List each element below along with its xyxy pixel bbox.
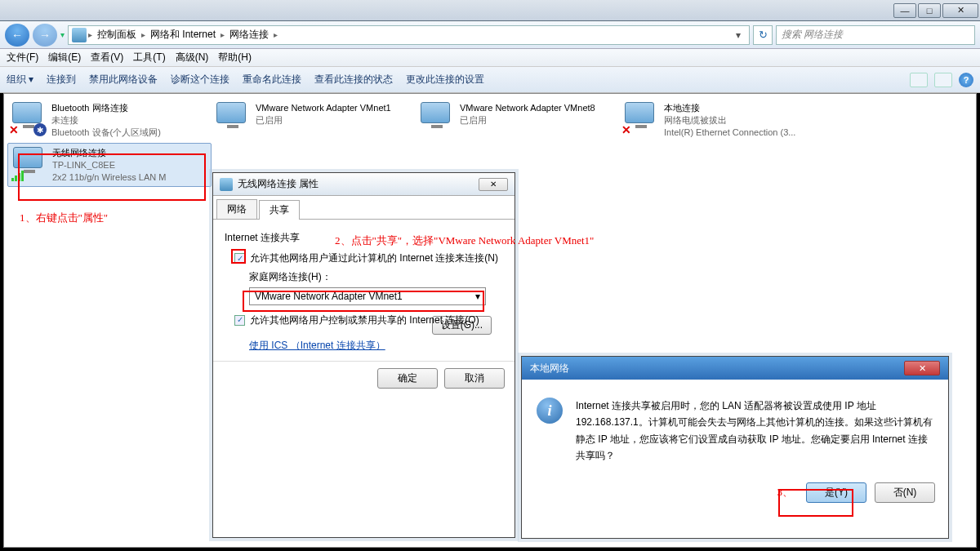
breadcrumb[interactable]: ▸ 控制面板 ▸ 网络和 Internet ▸ 网络连接 ▸ ▾ xyxy=(68,25,750,45)
diagnose-button[interactable]: 诊断这个连接 xyxy=(171,73,229,87)
connection-item-vmnet1[interactable]: VMware Network Adapter VMnet1已启用 xyxy=(212,99,416,143)
chevron-right-icon: ▸ xyxy=(274,30,278,39)
view-status-button[interactable]: 查看此连接的状态 xyxy=(314,73,393,87)
breadcrumb-item[interactable]: 控制面板 xyxy=(94,28,140,42)
disable-device-button[interactable]: 禁用此网络设备 xyxy=(89,73,158,87)
preview-pane-button[interactable] xyxy=(934,73,952,87)
network-adapter-icon: ✕✱ xyxy=(12,102,45,135)
dialog-titlebar: 无线网络连接 属性 ✕ xyxy=(213,173,514,196)
network-adapter-icon: ✕ xyxy=(625,102,657,135)
annotation-highlight-box xyxy=(231,249,246,264)
connection-item-local[interactable]: ✕ 本地连接网络电缆被拔出Intel(R) Ethernet Connectio… xyxy=(620,99,824,143)
tab-sharing[interactable]: 共享 xyxy=(259,200,300,220)
tab-network[interactable]: 网络 xyxy=(216,199,257,219)
organize-button[interactable]: 组织 ▾ xyxy=(7,73,33,87)
no-button[interactable]: 否(N) xyxy=(875,482,935,503)
maximize-button[interactable]: □ xyxy=(918,3,941,18)
connection-device: Bluetooth 设备(个人区域网) xyxy=(51,127,161,139)
menu-help[interactable]: 帮助(H) xyxy=(218,51,252,64)
cancel-button[interactable]: 取消 xyxy=(444,368,505,389)
menu-tools[interactable]: 工具(T) xyxy=(133,51,165,64)
connection-name: VMware Network Adapter VMnet8 xyxy=(460,102,595,114)
allow-control-checkbox[interactable]: ✓ xyxy=(234,315,245,326)
annotation-highlight-box xyxy=(18,153,206,201)
connection-status: 未连接 xyxy=(51,114,161,127)
confirm-title: 本地网络 xyxy=(530,362,569,375)
connection-device: 已启用 xyxy=(460,114,595,127)
menu-file[interactable]: 文件(F) xyxy=(7,51,38,64)
annotation-1: 1、右键点击"属性" xyxy=(20,211,108,225)
breadcrumb-item[interactable]: 网络和 Internet xyxy=(147,28,219,42)
nav-bar: ← → ▾ ▸ 控制面板 ▸ 网络和 Internet ▸ 网络连接 ▸ ▾ ↻… xyxy=(0,21,980,49)
network-adapter-icon xyxy=(216,102,249,135)
confirm-titlebar: 本地网络 ✕ xyxy=(522,357,948,380)
network-adapter-icon xyxy=(421,102,453,135)
connection-status: 网络电缆被拔出 xyxy=(664,114,795,127)
menu-edit[interactable]: 编辑(E) xyxy=(48,51,81,64)
annotation-2: 2、点击"共享"，选择"VMware Network Adapter VMnet… xyxy=(335,233,594,248)
allow-control-label: 允许其他网络用户控制或禁用共享的 Internet 连接(O) xyxy=(250,313,479,327)
confirm-message: Internet 连接共享被启用时，您的 LAN 适配器将被设置成使用 IP 地… xyxy=(576,398,933,464)
connection-item-bluetooth[interactable]: ✕✱ Bluetooth 网络连接未连接Bluetooth 设备(个人区域网) xyxy=(7,99,212,143)
menu-bar: 文件(F) 编辑(E) 查看(V) 工具(T) 高级(N) 帮助(H) xyxy=(0,49,980,67)
ics-help-link[interactable]: 使用 ICS （Internet 连接共享） xyxy=(249,339,385,353)
connect-to-button[interactable]: 连接到 xyxy=(47,73,76,87)
search-input[interactable]: 搜索 网络连接 xyxy=(776,25,975,45)
menu-view[interactable]: 查看(V) xyxy=(91,51,123,64)
home-network-label: 家庭网络连接(H)： xyxy=(249,270,503,284)
refresh-button[interactable]: ↻ xyxy=(753,25,773,45)
nav-dropdown-icon[interactable]: ▾ xyxy=(60,30,65,39)
connection-item-vmnet8[interactable]: VMware Network Adapter VMnet8已启用 xyxy=(416,99,620,143)
allow-share-label: 允许其他网络用户通过此计算机的 Internet 连接来连接(N) xyxy=(250,251,498,265)
confirm-close-button[interactable]: ✕ xyxy=(904,361,940,375)
view-layout-button[interactable] xyxy=(910,73,928,87)
confirm-dialog: 本地网络 ✕ i Internet 连接共享被启用时，您的 LAN 适配器将被设… xyxy=(521,356,949,539)
connection-name: Bluetooth 网络连接 xyxy=(51,102,161,114)
dialog-title: 无线网络连接 属性 xyxy=(238,177,318,191)
chevron-right-icon: ▸ xyxy=(88,30,92,39)
change-settings-button[interactable]: 更改此连接的设置 xyxy=(406,73,484,87)
info-icon: i xyxy=(537,398,563,424)
dialog-close-button[interactable]: ✕ xyxy=(479,178,508,191)
breadcrumb-root-icon[interactable] xyxy=(72,28,87,42)
dialog-icon xyxy=(220,178,233,191)
connection-name: 本地连接 xyxy=(664,102,795,114)
forward-button[interactable]: → xyxy=(33,24,57,47)
minimize-button[interactable]: — xyxy=(893,3,916,18)
command-bar: 组织 ▾ 连接到 禁用此网络设备 诊断这个连接 重命名此连接 查看此连接的状态 … xyxy=(0,67,980,93)
window-titlebar: — □ ✕ xyxy=(0,0,980,21)
close-button[interactable]: ✕ xyxy=(942,3,978,18)
disabled-x-icon: ✕ xyxy=(9,123,19,136)
bluetooth-badge-icon: ✱ xyxy=(33,123,47,136)
rename-button[interactable]: 重命名此连接 xyxy=(243,73,301,87)
dialog-tabs: 网络 共享 xyxy=(213,196,514,220)
chevron-right-icon: ▸ xyxy=(141,30,145,39)
connection-device: Intel(R) Ethernet Connection (3... xyxy=(664,127,795,139)
connection-name: VMware Network Adapter VMnet1 xyxy=(256,102,391,114)
breadcrumb-item[interactable]: 网络连接 xyxy=(226,28,272,42)
ok-button[interactable]: 确定 xyxy=(377,368,438,389)
annotation-highlight-box xyxy=(778,489,853,517)
connection-device: 已启用 xyxy=(256,114,391,127)
back-button[interactable]: ← xyxy=(5,24,29,47)
menu-advanced[interactable]: 高级(N) xyxy=(176,51,209,64)
annotation-highlight-box xyxy=(243,291,484,312)
breadcrumb-history-dropdown[interactable]: ▾ xyxy=(731,29,746,41)
help-icon[interactable]: ? xyxy=(959,73,973,87)
chevron-right-icon: ▸ xyxy=(220,30,225,39)
unplugged-x-icon: ✕ xyxy=(621,123,631,136)
properties-dialog: 无线网络连接 属性 ✕ 网络 共享 Internet 连接共享 ✓ 允许其他网络… xyxy=(212,172,515,538)
